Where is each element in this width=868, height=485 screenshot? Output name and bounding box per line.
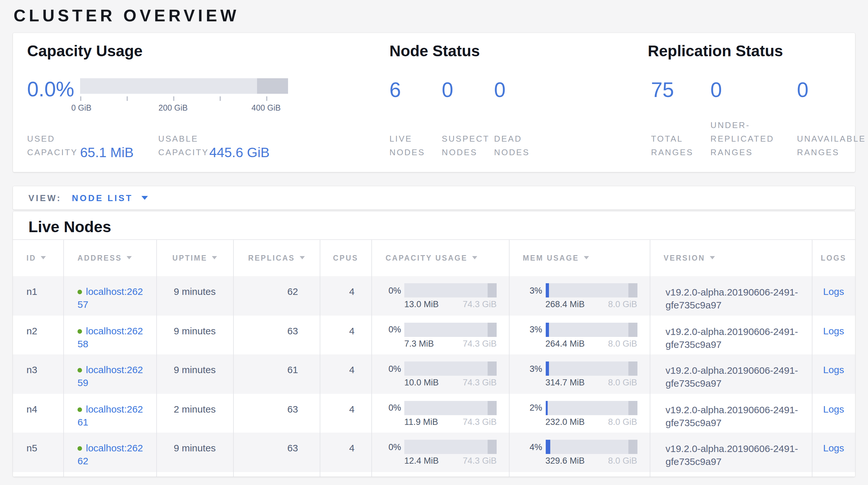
cluster-summary-card: Capacity Usage 0.0% 0 GiB (13, 33, 855, 172)
live-nodes-label: LIVE NODES (390, 132, 442, 159)
usable-capacity-value: 445.6 GiB (209, 145, 270, 160)
capacity-bar-track (80, 78, 288, 94)
node-address-link[interactable]: localhost:26258 (78, 324, 144, 350)
mem-percent-label: 4% (509, 442, 546, 452)
node-uptime: 9 minutes (156, 276, 233, 315)
col-header-replicas[interactable]: REPLICAS (233, 239, 319, 276)
capacity-used-value: 10.0 MiB (404, 378, 439, 387)
logs-link[interactable]: Logs (823, 325, 844, 336)
node-logs-cell: Logs (812, 276, 855, 315)
view-dropdown[interactable]: NODE LIST (72, 193, 148, 203)
node-replicas: 63 (233, 315, 319, 354)
node-capacity-usage-cell: 0% 12.4 MiB 74.3 GiB (371, 433, 508, 472)
node-cpus: 4 (319, 315, 371, 354)
under-replicated-ranges-count: 0 (710, 78, 797, 102)
capacity-used-value: 11.9 MiB (404, 417, 438, 426)
live-status-dot-icon (78, 368, 82, 372)
capacity-used-value: 12.4 MiB (404, 456, 439, 465)
mem-reserved-segment (628, 362, 637, 376)
cluster-overview-page: CLUSTER OVERVIEW Capacity Usage 0.0% (0, 0, 868, 485)
node-address-link[interactable]: localhost:26257 (78, 285, 144, 311)
node-replicas: 63 (233, 433, 319, 472)
mem-max-value: 8.0 GiB (608, 339, 637, 348)
view-dropdown-value: NODE LIST (72, 193, 133, 203)
node-id: n3 (13, 354, 63, 394)
mem-percent-label: 3% (509, 286, 546, 295)
node-address-cell: localhost:26258 (63, 315, 156, 354)
node-capacity-usage-cell: 0% 10.0 MiB 74.3 GiB (371, 354, 508, 394)
mem-used-value: 264.4 MiB (546, 339, 585, 348)
sort-caret-icon (584, 256, 589, 260)
view-selector-bar: VIEW: NODE LIST (13, 186, 855, 209)
live-status-dot-icon (78, 290, 82, 294)
mem-usage-bar (546, 440, 637, 454)
node-version: v19.2.0-alpha.20190606-2491-gfe735c9a97 (649, 276, 812, 315)
capacity-percent: 0.0% (27, 78, 80, 100)
mem-used-value: 268.4 MiB (546, 299, 585, 309)
logs-link[interactable]: Logs (823, 442, 844, 453)
mem-fill-segment (546, 322, 549, 337)
mem-used-value: 314.7 MiB (546, 378, 585, 387)
node-mem-usage-cell: 3% 264.4 MiB 8.0 GiB (508, 315, 649, 354)
mem-reserved-segment (628, 440, 637, 454)
col-header-id[interactable]: ID (13, 239, 63, 276)
mem-usage-bar (546, 362, 637, 376)
mem-fill-segment (546, 401, 548, 415)
capacity-reserved-segment (488, 322, 497, 337)
node-status-section: Node Status 6 0 0 LIVE NODES SUSPECT NOD… (390, 33, 577, 172)
dead-nodes-count: 0 (494, 78, 506, 102)
logs-link[interactable]: Logs (823, 403, 844, 414)
col-header-version[interactable]: VERSION (649, 239, 812, 276)
capacity-bar-reserved-segment (257, 78, 288, 94)
table-row: n1 localhost:26257 9 minutes 62 4 0% (13, 276, 855, 315)
capacity-reserved-segment (488, 362, 497, 376)
logs-link[interactable]: Logs (823, 364, 844, 375)
capacity-reserved-segment (488, 440, 497, 454)
node-mem-usage-cell: 2% 232.0 MiB 8.0 GiB (508, 394, 649, 433)
table-body: n1 localhost:26257 9 minutes 62 4 0% (13, 276, 855, 472)
mem-max-value: 8.0 GiB (608, 299, 637, 309)
sort-caret-icon (472, 256, 477, 260)
col-header-mem-usage[interactable]: MEM USAGE (508, 239, 649, 276)
used-capacity-value: 65.1 MiB (80, 145, 158, 160)
node-address-link[interactable]: localhost:26261 (78, 403, 144, 428)
node-mem-usage-cell: 4% 329.6 MiB 8.0 GiB (508, 433, 649, 472)
node-uptime: 2 minutes (156, 394, 233, 433)
view-label: VIEW: (28, 193, 62, 203)
mem-percent-label: 2% (509, 403, 546, 412)
capacity-percent-label: 0% (372, 364, 404, 373)
node-version: v19.2.0-alpha.20190606-2491-gfe735c9a97 (649, 433, 812, 472)
node-id: n1 (13, 276, 63, 315)
live-status-dot-icon (78, 329, 82, 333)
col-header-uptime[interactable]: UPTIME (156, 239, 233, 276)
mem-fill-segment (546, 440, 550, 454)
mem-percent-label: 3% (509, 364, 546, 373)
mem-usage-bar (546, 401, 637, 415)
table-row: n4 localhost:26261 2 minutes 63 4 0% (13, 394, 855, 433)
logs-link[interactable]: Logs (823, 286, 844, 297)
mem-used-value: 232.0 MiB (546, 417, 585, 426)
col-header-address[interactable]: ADDRESS (63, 239, 156, 276)
mem-max-value: 8.0 GiB (608, 378, 637, 387)
dead-nodes-label: DEAD NODES (494, 132, 530, 159)
suspect-nodes-label: SUSPECT NODES (442, 132, 494, 159)
col-header-cpus[interactable]: CPUS (319, 239, 371, 276)
mem-usage-bar (546, 283, 637, 297)
sort-caret-icon (710, 256, 715, 260)
capacity-percent-label: 0% (372, 442, 404, 452)
capacity-max-value: 74.3 GiB (463, 417, 497, 426)
sort-caret-icon (41, 256, 46, 260)
node-capacity-usage-cell: 0% 11.9 MiB 74.3 GiB (371, 394, 508, 433)
col-header-capacity-usage[interactable]: CAPACITY USAGE (371, 239, 508, 276)
node-logs-cell: Logs (812, 315, 855, 354)
mem-max-value: 8.0 GiB (608, 456, 637, 465)
capacity-usage-bar (404, 440, 497, 454)
replication-status-section: Replication Status 75 0 0 TOTAL RANGES U… (648, 33, 861, 172)
node-address-link[interactable]: localhost:26259 (78, 364, 144, 389)
mem-reserved-segment (628, 401, 637, 415)
node-version: v19.2.0-alpha.20190606-2491-gfe735c9a97 (649, 354, 812, 394)
replication-status-title: Replication Status (648, 42, 783, 60)
capacity-max-value: 74.3 GiB (463, 378, 497, 387)
node-address-link[interactable]: localhost:26262 (78, 442, 144, 467)
axis-label-0: 0 GiB (71, 104, 92, 113)
